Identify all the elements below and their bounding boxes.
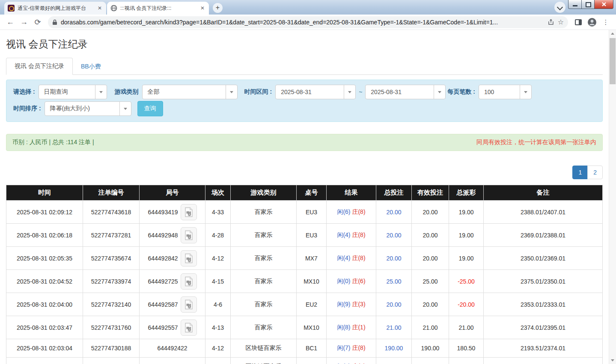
scrollbar-up-icon[interactable] xyxy=(609,30,616,37)
scrollbar-thumb[interactable] xyxy=(610,38,616,84)
column-header: 注单编号 xyxy=(83,185,140,201)
cell-round-number: 644492222 xyxy=(140,358,205,364)
cell-game-type: 百家乐 xyxy=(231,247,297,270)
close-icon[interactable]: ✕ xyxy=(97,5,103,11)
back-icon[interactable]: ← xyxy=(4,16,16,28)
page-content: 视讯 会员下注纪录 视讯 会员下注纪录 BB小费 请选择 : 日期查询 游戏类别… xyxy=(0,30,609,364)
new-tab-button[interactable]: + xyxy=(213,3,223,13)
cell-round-number: 644492725 xyxy=(140,270,205,293)
query-type-select[interactable]: 日期查询 xyxy=(39,85,107,99)
close-icon[interactable]: ✕ xyxy=(199,5,205,11)
date-start-select[interactable]: 2025-08-31 xyxy=(275,85,356,99)
bookmark-star-icon[interactable]: ☆ xyxy=(558,18,564,26)
cell-note: 2353.01/2333.01 xyxy=(484,293,603,316)
game-type-select[interactable]: 全部 xyxy=(142,85,238,99)
share-icon[interactable] xyxy=(548,19,554,26)
filter-label-game-type: 游戏类别 xyxy=(115,88,139,96)
tab-search-chevron-icon[interactable] xyxy=(554,2,565,13)
cell-note: 2193.51/2374.01 xyxy=(484,339,603,358)
total-bet-link[interactable]: 20.00 xyxy=(386,209,401,216)
search-button[interactable]: 查询 xyxy=(137,101,163,116)
cell-session: 4-10 xyxy=(205,358,231,364)
total-bet-link[interactable]: 20.00 xyxy=(386,232,401,239)
total-bet-link[interactable]: 21.00 xyxy=(386,324,401,331)
page-scrollbar[interactable] xyxy=(609,30,616,364)
menu-kebab-icon[interactable]: ⋮ xyxy=(600,16,612,28)
scrollbar-down-icon[interactable] xyxy=(609,357,616,364)
cell-time: 2025-08-31 02:01:48 xyxy=(6,358,83,364)
tab-bet-records[interactable]: 视讯 会员下注纪录 xyxy=(6,58,73,75)
cell-note: 2369.01/2388.01 xyxy=(484,224,603,247)
cell-payout: 180.50 xyxy=(449,339,484,358)
globe-icon xyxy=(110,5,117,12)
result-banker: 庄(8) xyxy=(352,344,365,351)
total-bet-link[interactable]: 20.00 xyxy=(386,255,401,262)
cell-time: 2025-08-31 02:03:04 xyxy=(6,339,83,358)
result-player: 闲(4) xyxy=(337,231,350,238)
cell-valid-bet: 20.00 xyxy=(412,247,449,270)
browser-tab-title: :::视讯 会员下注纪录::: xyxy=(120,5,196,12)
profile-avatar-icon[interactable] xyxy=(586,16,598,28)
total-bet-link[interactable]: 190.00 xyxy=(385,345,403,352)
sort-order-select[interactable]: 降幂(由大到小) xyxy=(45,101,131,116)
cell-game-type: 区块链百家乐 xyxy=(231,339,297,358)
window-restore-button[interactable] xyxy=(582,0,595,9)
url-text: dorasabs.com/game/betrecord_search/kind3… xyxy=(61,19,544,26)
result-banker: 庄(3) xyxy=(352,301,365,308)
column-header: 备注 xyxy=(484,185,603,201)
cell-payout: 19.00 xyxy=(449,201,484,224)
video-replay-button[interactable] xyxy=(181,320,197,336)
column-header: 桌号 xyxy=(297,185,327,201)
cell-note: 1908.51/2193.51 xyxy=(484,358,603,364)
column-header: 游戏类别 xyxy=(231,185,297,201)
cell-time: 2025-08-31 02:09:12 xyxy=(6,201,83,224)
result-player: 闲(8) xyxy=(337,324,350,331)
cell-result: 闲(9) 庄(3) xyxy=(327,293,376,316)
video-replay-button[interactable] xyxy=(181,296,197,313)
total-bet-link[interactable]: 20.00 xyxy=(386,301,401,308)
result-banker: 庄(8) xyxy=(352,208,365,215)
video-replay-button[interactable] xyxy=(181,204,197,220)
cell-table-number: EU2 xyxy=(297,293,327,316)
page-size-select[interactable]: 100 xyxy=(479,85,532,99)
cell-total-bet: 190.00 xyxy=(376,339,412,358)
window-minimize-button[interactable] xyxy=(568,0,582,9)
result-player: 闲(7) xyxy=(337,344,350,351)
cell-result: 闲(0) 庄(6) xyxy=(327,270,376,293)
cell-bet-number: 522774727558 xyxy=(83,358,140,364)
pagination-page-2[interactable]: 2 xyxy=(587,166,603,179)
date-end-select[interactable]: 2025-08-31 xyxy=(365,85,446,99)
tab-bb-tips[interactable]: BB小费 xyxy=(73,59,109,75)
result-player: 闲(4) xyxy=(337,255,350,261)
filter-label-select: 请选择 : xyxy=(13,88,35,96)
browser-tab-2[interactable]: :::视讯 会员下注纪录::: ✕ xyxy=(107,2,209,15)
cell-total-bet: 21.00 xyxy=(376,316,412,339)
video-replay-button[interactable] xyxy=(181,273,197,290)
window-close-button[interactable] xyxy=(595,0,613,9)
reload-icon[interactable]: ⟳ xyxy=(32,16,44,28)
lock-icon xyxy=(52,19,57,25)
pagination: 12 xyxy=(6,166,603,179)
table-row: 2025-08-31 02:03:47 522774731760 6444925… xyxy=(6,316,603,339)
video-replay-button[interactable] xyxy=(181,227,197,243)
cell-game-type: 百家乐 xyxy=(231,316,297,339)
cell-payout: -20.00 xyxy=(449,293,484,316)
date-range-tilde: ~ xyxy=(359,89,362,95)
cell-note: 2374.01/2395.01 xyxy=(484,316,603,339)
forward-icon[interactable]: → xyxy=(18,16,30,28)
table-header-row: 时间注单编号局号场次游戏类别桌号结果总投注有效投注总派彩备注 xyxy=(6,185,603,201)
page-tab-bar: 视讯 会员下注纪录 BB小费 xyxy=(6,58,603,75)
browser-tab-1[interactable]: 通宝-信誉最好的网上游戏平台 ✕ xyxy=(4,2,106,15)
summary-note: 同局有效投注，统一计算在该局第一张注单内 xyxy=(476,139,596,146)
table-row: 2025-08-31 02:01:48 522774727558 6444922… xyxy=(6,358,603,364)
pagination-page-1[interactable]: 1 xyxy=(572,166,588,179)
table-row: 2025-08-31 02:06:18 522774737281 6444929… xyxy=(6,224,603,247)
side-panel-icon[interactable] xyxy=(572,16,584,28)
address-bar[interactable]: dorasabs.com/game/betrecord_search/kind3… xyxy=(48,16,568,28)
cell-time: 2025-08-31 02:04:00 xyxy=(6,293,83,316)
cell-bet-number: 522774732140 xyxy=(83,293,140,316)
cell-payout: 19.00 xyxy=(449,224,484,247)
video-replay-button[interactable] xyxy=(181,250,197,266)
filter-panel: 请选择 : 日期查询 游戏类别 全部 时间区间 : 2025-08-31 ~ 2… xyxy=(6,80,603,122)
total-bet-link[interactable]: 25.00 xyxy=(386,278,401,285)
